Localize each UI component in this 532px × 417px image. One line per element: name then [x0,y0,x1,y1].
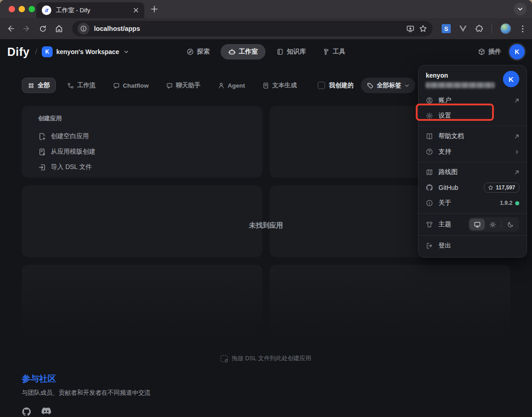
menu-item-support[interactable]: 支持 [419,144,527,159]
file-template-plus-icon [38,148,46,156]
header-divider: / [35,47,37,56]
import-dsl-button[interactable]: 导入 DSL 文件 [38,159,246,175]
address-bar[interactable]: localhost/apps [72,21,433,36]
filter-tabs: 全部 工作流 Chatflow 聊天助手 [22,78,303,93]
plugins-button[interactable]: 插件 [478,48,501,56]
tag-filter-dropdown[interactable]: 全部标签 [361,78,415,93]
filter-chatflow[interactable]: Chatflow [107,79,155,93]
drop-file-icon [221,355,227,362]
extension-s-icon[interactable]: S [442,24,451,33]
filter-all[interactable]: 全部 [22,78,56,93]
import-dsl-label: 导入 DSL 文件 [51,163,92,171]
back-icon[interactable] [6,25,15,33]
filter-all-label: 全部 [38,81,50,89]
create-blank-app-button[interactable]: 创建空白应用 [38,129,246,144]
filter-completion-label: 文本生成 [272,81,297,89]
settings-label: 设置 [438,112,451,120]
menu-item-logout[interactable]: 登出 [419,238,527,253]
tab-close-icon[interactable] [132,6,140,15]
create-app-card: 创建应用 创建空白应用 从应用模版创建 [22,106,262,178]
monitor-icon [474,221,481,228]
minimize-window-button[interactable] [19,6,25,12]
extension-vue-icon[interactable] [459,25,467,32]
nav-knowledge[interactable]: 知识库 [271,44,311,60]
create-app-title: 创建应用 [38,114,246,123]
theme-toggle [468,217,519,232]
user-menu-avatar: K [503,71,519,87]
filter-agent-label: Agent [228,82,245,89]
user-email-blurred [426,82,495,88]
filter-agent[interactable]: Agent [212,79,251,93]
external-link-icon [514,98,519,103]
checkbox-icon[interactable] [318,82,325,89]
star-icon [488,185,493,190]
filter-workflow-label: 工作流 [77,81,96,89]
compass-icon [187,48,194,55]
book-icon [276,48,284,55]
app-card-placeholder [22,265,262,337]
plugins-label: 插件 [488,48,501,56]
robot-icon [228,48,236,55]
home-icon[interactable] [55,25,63,33]
about-label: 关于 [438,199,451,207]
url-text[interactable]: localhost/apps [94,25,402,32]
nav-explore[interactable]: 探索 [181,44,215,60]
create-from-template-button[interactable]: 从应用模版创建 [38,144,246,159]
fullscreen-window-button[interactable] [29,6,35,12]
external-link-icon [514,134,519,139]
hammer-icon [322,48,330,55]
dify-logo[interactable]: Dify [7,45,30,59]
theme-dark-button[interactable] [502,218,518,230]
nav-studio[interactable]: 工作室 [221,44,266,60]
browser-profile-avatar[interactable] [500,23,511,34]
menu-item-theme: 主题 [419,216,527,233]
filter-chatflow-label: Chatflow [123,82,149,89]
workflow-icon [67,82,74,89]
reload-icon[interactable] [39,25,47,33]
grid-dots-icon [28,82,34,89]
user-avatar[interactable]: K [509,44,525,60]
menu-item-settings[interactable]: 设置 [419,108,527,124]
forward-icon[interactable] [23,25,31,33]
theme-system-button[interactable] [469,218,485,230]
tag-filter-label: 全部标签 [377,81,401,89]
document-icon [262,82,269,89]
github-stars-badge: 117,597 [484,183,519,193]
github-icon[interactable] [22,407,31,417]
package-icon [478,48,485,55]
site-info-icon[interactable] [78,23,89,35]
install-app-icon[interactable] [406,25,414,33]
menu-item-about[interactable]: 关于 1.9.2 [419,195,527,211]
community-title-link[interactable]: 参与社区 [22,373,151,385]
close-window-button[interactable] [9,6,15,12]
user-icon [218,82,225,89]
menu-item-github[interactable]: GitHub 117,597 [419,180,527,195]
github-stars-count: 117,597 [496,184,515,191]
tab-search-button[interactable] [514,3,527,15]
workspace-selector[interactable]: K kenyon's Workspace [42,46,129,57]
menu-item-help-docs[interactable]: 帮助文档 [419,129,527,144]
filter-chatbot[interactable]: 聊天助手 [160,78,207,93]
filter-completion[interactable]: 文本生成 [256,78,303,93]
browser-menu-icon[interactable] [519,25,526,32]
menu-item-roadmap[interactable]: 路线图 [419,164,527,180]
gear-icon [426,112,433,119]
discord-icon[interactable] [41,407,51,417]
help-docs-label: 帮助文档 [438,132,464,140]
browser-tab[interactable]: if 工作室 - Dify [36,2,144,18]
menu-item-account[interactable]: 账户 [419,93,527,108]
theme-light-button[interactable] [485,218,500,230]
dify-favicon: if [42,5,51,15]
extensions-puzzle-icon[interactable] [475,25,483,33]
external-link-icon [514,170,519,175]
create-from-template-label: 从应用模版创建 [51,148,95,156]
bookmark-star-icon[interactable] [419,25,427,33]
filter-workflow[interactable]: 工作流 [61,78,102,93]
chevron-right-icon [514,149,519,154]
new-tab-button[interactable] [150,5,159,14]
nav-tools-label: 工具 [333,48,345,56]
version-text: 1.9.2 [500,200,512,206]
app-header: Dify / K kenyon's Workspace 探索 [0,40,532,64]
created-by-me-filter[interactable]: 我创建的 [318,81,354,89]
nav-tools[interactable]: 工具 [317,44,351,60]
